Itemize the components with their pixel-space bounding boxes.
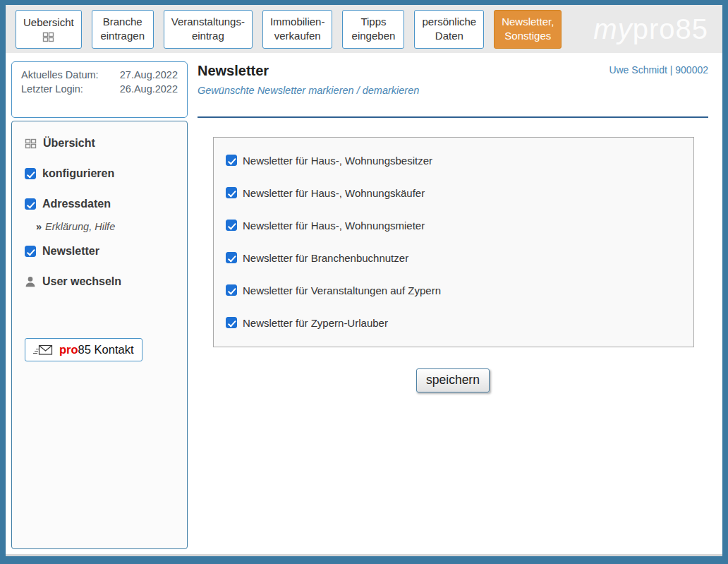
nav-button-label: Branche xyxy=(99,15,146,29)
newsletter-label: Newsletter für Veranstaltungen auf Zyper… xyxy=(243,284,441,296)
sidebar: Aktuelles Datum: 27.Aug.2022 Letzter Log… xyxy=(11,61,188,556)
brand-logo-rest: pro85 xyxy=(633,13,708,44)
nav-button-label: Tipps xyxy=(350,15,396,29)
nav-button-label: eingeben xyxy=(350,29,396,43)
nav-button-label: persönliche xyxy=(422,15,476,29)
newsletter-veranstaltungen-checkbox[interactable] xyxy=(226,284,237,296)
save-button[interactable]: speichern xyxy=(416,368,490,392)
page-body: Aktuelles Datum: 27.Aug.2022 Letzter Log… xyxy=(6,53,722,556)
nav-button-label: eintrag xyxy=(171,29,245,43)
newsletter-checkbox[interactable] xyxy=(25,246,36,257)
nav-button-veranstaltungseintrag[interactable]: Veranstaltungs- eintrag xyxy=(164,10,253,49)
nav-button-tipps-eingeben[interactable]: Tipps eingeben xyxy=(342,10,404,49)
nav-button-label: Veranstaltungs- xyxy=(171,15,245,29)
newsletter-label: Newsletter für Haus-, Wohnungskäufer xyxy=(243,187,425,199)
grid-icon xyxy=(25,138,37,149)
chevron-right-icon: » xyxy=(36,221,42,232)
main-content: Newsletter Uwe Schmidt | 900002 Gewünsch… xyxy=(188,61,718,556)
section-divider xyxy=(198,116,708,118)
nav-button-newsletter-sonstiges-active[interactable]: Newsletter, Sonstiges xyxy=(494,10,562,49)
nav-button-label: Uebersicht xyxy=(23,16,74,30)
newsletter-checkbox-panel: Newsletter für Haus-, Wohnungsbesitzer N… xyxy=(213,137,694,347)
kontakt-button-label: pro85 Kontakt xyxy=(59,343,133,356)
nav-button-label: Daten xyxy=(422,29,476,43)
nav-button-label: Newsletter, xyxy=(502,15,554,29)
page-subtitle: Gewünschte Newsletter markieren / demark… xyxy=(198,85,708,96)
adressdaten-checkbox[interactable] xyxy=(25,198,36,210)
current-date-label: Aktuelles Datum: xyxy=(21,69,99,80)
nav-button-label: Immobilien- xyxy=(270,15,325,29)
current-date-value: 27.Aug.2022 xyxy=(120,69,178,80)
newsletter-label: Newsletter für Haus-, Wohnungsmieter xyxy=(243,220,425,232)
app-window: Uebersicht Branche eintragen Veranstaltu… xyxy=(0,0,728,564)
sidebar-item-konfigurieren[interactable]: konfigurieren xyxy=(25,167,180,180)
sidebar-item-label: Newsletter xyxy=(42,245,99,258)
newsletter-row-hausmieter: Newsletter für Haus-, Wohnungsmieter xyxy=(226,209,686,241)
login-info-box: Aktuelles Datum: 27.Aug.2022 Letzter Log… xyxy=(11,61,188,118)
page-title: Newsletter xyxy=(198,63,269,79)
sidebar-item-label: Übersicht xyxy=(43,137,95,150)
konfigurieren-checkbox[interactable] xyxy=(25,168,36,179)
sidebar-item-uebersicht[interactable]: Übersicht xyxy=(25,137,180,150)
sidebar-item-user-wechseln[interactable]: User wechseln xyxy=(25,275,180,288)
last-login-label: Letzter Login: xyxy=(21,83,83,95)
brand-logo: mypro85 xyxy=(593,13,708,45)
nav-button-branche-eintragen[interactable]: Branche eintragen xyxy=(92,10,154,49)
nav-button-uebersicht[interactable]: Uebersicht xyxy=(16,10,82,49)
sidebar-link-erklaerung-hilfe[interactable]: »Erklärung, Hilfe xyxy=(36,221,180,232)
newsletter-row-veranstaltungen: Newsletter für Veranstaltungen auf Zyper… xyxy=(226,274,686,306)
current-date-row: Aktuelles Datum: 27.Aug.2022 xyxy=(21,69,178,80)
newsletter-label: Newsletter für Haus-, Wohnungsbesitzer xyxy=(243,155,432,167)
send-mail-icon xyxy=(32,343,54,356)
sidebar-item-newsletter[interactable]: Newsletter xyxy=(25,245,180,258)
newsletter-label: Newsletter für Branchenbuchnutzer xyxy=(243,252,408,264)
nav-button-label: eintragen xyxy=(99,29,146,43)
newsletter-row-zypern-urlauber: Newsletter für Zypern-Urlauber xyxy=(226,306,686,339)
sidebar-item-label: User wechseln xyxy=(42,275,121,288)
brand-logo-italic: my xyxy=(593,13,632,44)
pro85-kontakt-button[interactable]: pro85 Kontakt xyxy=(25,338,142,361)
nav-button-label: Sonstiges xyxy=(502,29,554,43)
user-info: Uwe Schmidt | 900002 xyxy=(609,64,708,76)
nav-button-immobilien-verkaufen[interactable]: Immobilien- verkaufen xyxy=(262,10,333,49)
newsletter-hausbesitzer-checkbox[interactable] xyxy=(226,155,237,166)
nav-button-label: verkaufen xyxy=(270,29,325,43)
newsletter-row-hausbesitzer: Newsletter für Haus-, Wohnungsbesitzer xyxy=(226,144,686,176)
newsletter-row-hauskaeufer: Newsletter für Haus-, Wohnungskäufer xyxy=(226,176,686,209)
kontakt-brand-red: pro xyxy=(59,343,78,356)
sidebar-item-label: konfigurieren xyxy=(42,167,114,180)
newsletter-row-branchenbuchnutzer: Newsletter für Branchenbuchnutzer xyxy=(226,241,686,274)
newsletter-zypern-urlauber-checkbox[interactable] xyxy=(226,317,237,328)
newsletter-label: Newsletter für Zypern-Urlauber xyxy=(243,317,388,329)
grid-icon xyxy=(23,32,74,42)
newsletter-hauskaeufer-checkbox[interactable] xyxy=(226,187,237,198)
sidebar-sublink-label: Erklärung, Hilfe xyxy=(45,221,115,232)
kontakt-brand-rest: 85 Kontakt xyxy=(78,343,134,356)
last-login-row: Letzter Login: 26.Aug.2022 xyxy=(21,83,178,95)
person-icon xyxy=(25,276,36,287)
newsletter-hausmieter-checkbox[interactable] xyxy=(226,220,237,231)
sidebar-item-label: Adressdaten xyxy=(42,198,111,210)
last-login-value: 26.Aug.2022 xyxy=(120,83,178,95)
nav-button-persoenliche-daten[interactable]: persönliche Daten xyxy=(414,10,484,49)
newsletter-branchenbuchnutzer-checkbox[interactable] xyxy=(226,252,237,263)
sidebar-navigation: Übersicht konfigurieren Adressdaten »Erk… xyxy=(11,121,188,549)
main-header: Newsletter Uwe Schmidt | 900002 xyxy=(198,63,708,79)
sidebar-item-adressdaten[interactable]: Adressdaten xyxy=(25,198,180,210)
top-navigation-bar: Uebersicht Branche eintragen Veranstaltu… xyxy=(6,5,722,53)
